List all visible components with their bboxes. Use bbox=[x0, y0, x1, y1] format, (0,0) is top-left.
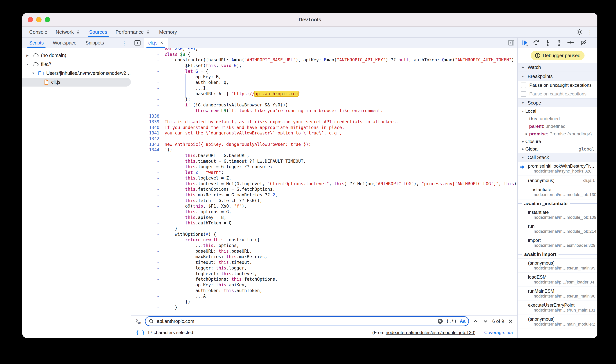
line-number[interactable]: - bbox=[131, 226, 165, 232]
section-call-stack[interactable]: ▼ Call Stack bbox=[518, 153, 597, 162]
breakpoint-pause-on-uncaught-exceptions[interactable]: Pause on uncaught exceptions bbox=[518, 81, 597, 90]
step-over-icon[interactable] bbox=[532, 39, 541, 47]
code-line-text[interactable] bbox=[165, 136, 517, 142]
chevron-down-icon[interactable]: ▼ bbox=[31, 72, 36, 75]
code-line-text[interactable]: withOptions(A) { bbox=[165, 232, 517, 237]
line-number[interactable]: - bbox=[131, 220, 165, 226]
line-number[interactable]: 1339 bbox=[131, 119, 165, 125]
call-stack-frame-anonymous[interactable]: (anonymous)node:internal/m…es/run_main:9… bbox=[518, 259, 597, 273]
minimize-window-button[interactable] bbox=[36, 17, 42, 22]
code-line-text[interactable]: }) bbox=[165, 299, 517, 305]
match-case-toggle[interactable]: Aa bbox=[460, 319, 466, 324]
tree-item-cli-js[interactable]: ▶cli.js bbox=[22, 78, 131, 87]
line-number[interactable]: - bbox=[131, 69, 165, 74]
tree-item-users-jinhuilee-nvm-versions-node-v2[interactable]: ▼Users/jinhuilee/.nvm/versions/node/v2… bbox=[22, 69, 131, 78]
line-number[interactable]: - bbox=[131, 232, 165, 237]
line-number[interactable]: - bbox=[131, 260, 165, 265]
line-number[interactable]: - bbox=[131, 237, 165, 243]
code-line-text[interactable]: class $8 { bbox=[165, 52, 517, 57]
line-number[interactable]: - bbox=[131, 209, 165, 215]
code-line-text[interactable]: apiKey: this.apiKey, bbox=[165, 282, 517, 288]
code-line-text[interactable]: this.logLevel = Hc1(G.logLevel, "ClientO… bbox=[165, 181, 517, 187]
line-number[interactable]: - bbox=[131, 158, 165, 164]
line-number[interactable]: - bbox=[131, 265, 165, 271]
step-into-icon[interactable] bbox=[543, 39, 553, 47]
close-window-button[interactable] bbox=[28, 17, 33, 22]
code-line-text[interactable]: This is disabled by default, as it risks… bbox=[165, 119, 517, 125]
line-number[interactable]: - bbox=[131, 215, 165, 221]
previous-match-icon[interactable] bbox=[472, 318, 479, 325]
tab-console[interactable]: Console bbox=[25, 27, 51, 37]
scope-var-this[interactable]: this: undefined bbox=[518, 115, 597, 123]
line-number[interactable]: - bbox=[131, 299, 165, 305]
line-number[interactable]: - bbox=[131, 153, 165, 158]
line-number[interactable]: - bbox=[131, 57, 165, 63]
line-number[interactable]: - bbox=[131, 181, 165, 187]
step-icon[interactable] bbox=[566, 39, 575, 47]
kebab-menu-icon[interactable]: ⋮ bbox=[587, 29, 593, 35]
line-number[interactable]: - bbox=[131, 305, 165, 310]
code-line-text[interactable]: maxRetries: this.maxRetries, bbox=[165, 254, 517, 260]
call-stack-frame-instantiate[interactable]: _instantiatenode:internal/m…module_job:1… bbox=[518, 185, 597, 199]
line-number[interactable]: - bbox=[131, 192, 165, 198]
scope-group-global[interactable]: ▶Globalglobal bbox=[518, 145, 597, 153]
kebab-menu-icon[interactable]: ⋮ bbox=[120, 38, 129, 48]
line-number[interactable]: - bbox=[131, 91, 165, 97]
code-line-text[interactable]: ...A bbox=[165, 293, 517, 299]
line-number[interactable]: - bbox=[131, 175, 165, 181]
source-origin-link[interactable]: node:internal/modules/esm/module_job:130 bbox=[386, 330, 474, 335]
tab-performance[interactable]: Performance bbox=[111, 27, 155, 37]
code-line-text[interactable]: logger: this.logger, bbox=[165, 265, 517, 271]
call-stack-frame-import[interactable]: importnode:internal/m…esm/loader:329 bbox=[518, 236, 597, 250]
code-line-text[interactable]: this.timeout = G.timeout ?? Lw.DEFAULT_T… bbox=[165, 158, 517, 164]
code-line-text[interactable]: constructor({baseURL: A=ao("ANTHROPIC_BA… bbox=[165, 57, 517, 63]
code-line-text[interactable]: o9(this, $F1, Xs0, "f"), bbox=[165, 203, 517, 209]
close-tab-icon[interactable]: × bbox=[160, 40, 163, 46]
code-line-text[interactable]: } bbox=[165, 305, 517, 310]
coverage-link[interactable]: Coverage: n/a bbox=[484, 330, 513, 335]
regex-toggle[interactable]: (.*) bbox=[446, 319, 457, 324]
line-number[interactable]: - bbox=[131, 248, 165, 254]
line-number[interactable]: 1341 bbox=[131, 130, 165, 136]
section-watch[interactable]: ▶ Watch bbox=[518, 63, 597, 72]
next-match-icon[interactable] bbox=[482, 318, 489, 325]
line-number[interactable]: - bbox=[131, 243, 165, 248]
scope-var-promise[interactable]: ▶promise: Promise {<pending>} bbox=[518, 130, 597, 138]
chevron-down-icon[interactable]: ▼ bbox=[25, 63, 30, 66]
tab-snippets[interactable]: Snippets bbox=[81, 38, 109, 48]
code-line-text[interactable]: this.fetchOptions = G.fetchOptions, bbox=[165, 187, 517, 192]
search-query-text[interactable]: api.anthropic.com bbox=[157, 319, 194, 324]
code-line-text[interactable]: authToken: Q, bbox=[165, 80, 517, 85]
pretty-print-icon[interactable]: { } bbox=[136, 330, 145, 335]
code-line-text[interactable]: this.fetch = G.fetch ?? Fs0(), bbox=[165, 198, 517, 204]
line-number[interactable]: - bbox=[131, 198, 165, 204]
collapse-navigator-icon[interactable] bbox=[131, 38, 144, 48]
replace-toggle-icon[interactable]: A B bbox=[135, 318, 141, 325]
code-line-text[interactable]: } bbox=[165, 226, 517, 232]
code-line-text[interactable]: this.baseURL = G.baseURL, bbox=[165, 153, 517, 158]
resume-icon[interactable] bbox=[520, 39, 530, 47]
close-search-icon[interactable] bbox=[507, 318, 514, 324]
line-number[interactable]: 1342 bbox=[131, 136, 165, 142]
tab-workspace[interactable]: Workspace bbox=[48, 38, 81, 48]
call-stack-frame-anonymous[interactable]: (anonymous)cli.js:1 bbox=[518, 176, 597, 185]
code-line-text[interactable]: fetchOptions: this.fetchOptions, bbox=[165, 276, 517, 282]
tree-item-file[interactable]: ▼file:// bbox=[22, 60, 131, 69]
line-number[interactable]: - bbox=[131, 203, 165, 209]
line-number[interactable]: - bbox=[131, 293, 165, 299]
scope-var-parent[interactable]: parent: undefined bbox=[518, 123, 597, 130]
line-number[interactable]: - bbox=[131, 63, 165, 69]
line-number[interactable]: - bbox=[131, 52, 165, 57]
line-number[interactable]: 1344 bbox=[131, 147, 165, 153]
call-stack-frame-loadesm[interactable]: loadESMnode:internal/p…/esm_loader:34 bbox=[518, 273, 597, 287]
checkbox[interactable] bbox=[521, 91, 526, 97]
line-number[interactable]: - bbox=[131, 85, 165, 91]
zoom-window-button[interactable] bbox=[45, 17, 50, 22]
code-line-text[interactable]: If you understand the risks and have app… bbox=[165, 125, 517, 130]
line-number[interactable]: 1340 bbox=[131, 125, 165, 130]
code-line-text[interactable]: this.apiKey = B, bbox=[165, 215, 517, 221]
code-line-text[interactable]: this.authToken = Q bbox=[165, 220, 517, 226]
code-line-text[interactable]: authToken: this.authToken, bbox=[165, 288, 517, 294]
code-line-text[interactable]: logLevel: this.logLevel, bbox=[165, 271, 517, 277]
tab-network[interactable]: Network bbox=[51, 27, 85, 37]
